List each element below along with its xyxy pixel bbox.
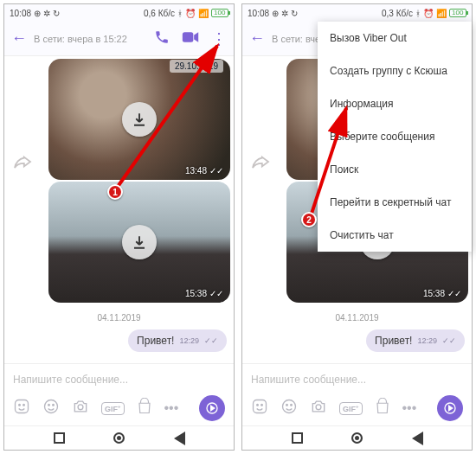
svg-point-4 [45,400,58,413]
back-button[interactable]: ← [11,29,27,48]
shop-icon[interactable] [375,398,390,419]
gif-icon[interactable]: GIF+ [101,402,125,415]
svg-point-7 [78,405,83,410]
menu-item-clear-chat[interactable]: Очистить чат [318,219,472,252]
svg-rect-10 [254,400,267,413]
read-icon: ✓✓ [442,336,456,345]
status-time: 10:08 [10,9,31,18]
menu-item-secret-chat[interactable]: Перейти в секретный чат [318,186,472,219]
svg-rect-0 [183,32,194,42]
alarm-icon: ⏰ [423,9,434,18]
android-navbar [4,425,234,450]
status-net: 0,3 Кб/с [382,9,413,18]
status-icon-refresh: ↻ [291,9,298,18]
message-time: 15:38✓✓ [185,289,223,298]
attachment-row: GIF+ ••• [4,394,234,425]
signal-icon: 📶 [436,9,447,18]
attachment-row: GIF+ ••• [242,394,472,425]
shop-icon[interactable] [137,398,152,419]
download-icon[interactable] [122,225,157,259]
camera-icon[interactable] [310,398,327,419]
share-icon[interactable] [251,154,270,173]
gif-icon[interactable]: GIF+ [339,402,363,415]
more-icon[interactable]: ••• [402,400,417,416]
date-divider: 04.11.2019 [8,313,230,323]
message-input[interactable]: Напишите сообщение... [4,363,234,394]
svg-point-3 [23,405,25,406]
image-message-1[interactable]: 13:48✓✓ [48,59,230,180]
svg-point-13 [283,400,296,413]
svg-point-6 [53,405,55,406]
android-navbar [242,425,472,450]
menu-item-create-group[interactable]: Создать группу с Ксюша [318,54,472,87]
back-button[interactable]: ← [249,29,265,48]
battery-icon: 100 [449,9,466,17]
svg-point-14 [286,405,288,406]
more-menu-icon[interactable]: ⋮ [211,35,227,42]
status-icon-ring: ⊕ [272,9,279,18]
status-icon-ring: ⊕ [34,9,41,18]
more-icon[interactable]: ••• [164,400,179,416]
presence-text: В сети: вчера в 15:22 [34,34,147,44]
nav-recent[interactable] [292,432,303,444]
message-input[interactable]: Напишите сообщение... [242,363,472,394]
outgoing-bubble[interactable]: Привет! 12:29 ✓✓ [128,329,227,352]
menu-item-search[interactable]: Поиск [318,153,472,186]
annotation-badge-1: 1 [107,184,123,200]
camera-icon[interactable] [72,398,89,419]
status-net: 0,6 Кб/с [144,9,175,18]
read-icon: ✓✓ [447,289,461,298]
status-icon-gear: ✲ [281,9,288,18]
status-time: 10:08 [248,9,269,18]
message-time: 13:48✓✓ [185,166,223,176]
nav-home[interactable] [113,432,125,444]
alarm-icon: ⏰ [185,9,196,18]
outgoing-bubble[interactable]: Привет! 12:29 ✓✓ [366,329,465,352]
read-icon: ✓✓ [204,336,218,345]
status-icon-refresh: ↻ [53,9,60,18]
phone-left: 10:08 ⊕ ✲ ↻ 0,6 Кб/с ᚼ ⏰ 📶 100 ← В сети:… [3,3,235,451]
sticker-icon[interactable] [251,398,268,419]
emoji-icon[interactable] [280,398,298,419]
menu-item-select-msgs[interactable]: Выберите сообщения [318,120,472,153]
svg-rect-1 [16,400,29,413]
read-icon: ✓✓ [209,289,223,298]
call-icon[interactable] [154,29,170,48]
emoji-icon[interactable] [42,398,60,419]
overflow-menu: Вызов Viber Out Создать группу с Ксюша И… [318,22,472,252]
phone-right: 10:08 ⊕ ✲ ↻ 0,3 Кб/с ᚼ ⏰ 📶 100 ← В сети:… [241,3,473,451]
menu-item-viber-out[interactable]: Вызов Viber Out [318,22,472,54]
bluetooth-icon: ᚼ [415,9,421,18]
bubble-time: 12:29 [179,336,199,345]
send-button[interactable] [437,395,463,421]
svg-point-5 [48,405,50,406]
bubble-text: Привет! [375,335,412,347]
svg-point-15 [291,405,293,406]
date-divider: 04.11.2019 [246,313,468,323]
bubble-text: Привет! [137,335,174,347]
nav-recent[interactable] [54,432,65,444]
signal-icon: 📶 [198,9,209,18]
nav-back[interactable] [174,432,185,445]
svg-point-2 [19,405,21,406]
nav-back[interactable] [412,432,423,445]
battery-icon: 100 [211,9,228,17]
annotation-badge-2: 2 [301,212,317,227]
statusbar: 10:08 ⊕ ✲ ↻ 0,3 Кб/с ᚼ ⏰ 📶 100 [242,4,472,22]
menu-item-info[interactable]: Информация [318,87,472,120]
svg-point-12 [261,405,263,406]
chat-area: 29.10.2019 13:48✓✓ 15:38✓✓ 04.11.2019 Пр… [4,56,234,363]
svg-point-16 [316,405,321,410]
sticker-icon[interactable] [13,398,30,419]
video-icon[interactable] [182,31,199,47]
send-button[interactable] [199,395,225,421]
share-icon[interactable] [13,154,32,173]
bubble-time: 12:29 [417,336,437,345]
svg-point-11 [257,405,259,406]
download-icon[interactable] [122,102,157,137]
statusbar: 10:08 ⊕ ✲ ↻ 0,6 Кб/с ᚼ ⏰ 📶 100 [4,4,234,22]
image-message-2[interactable]: 15:38✓✓ [48,182,230,303]
bluetooth-icon: ᚼ [177,9,183,18]
nav-home[interactable] [351,432,363,444]
status-icon-gear: ✲ [43,9,50,18]
